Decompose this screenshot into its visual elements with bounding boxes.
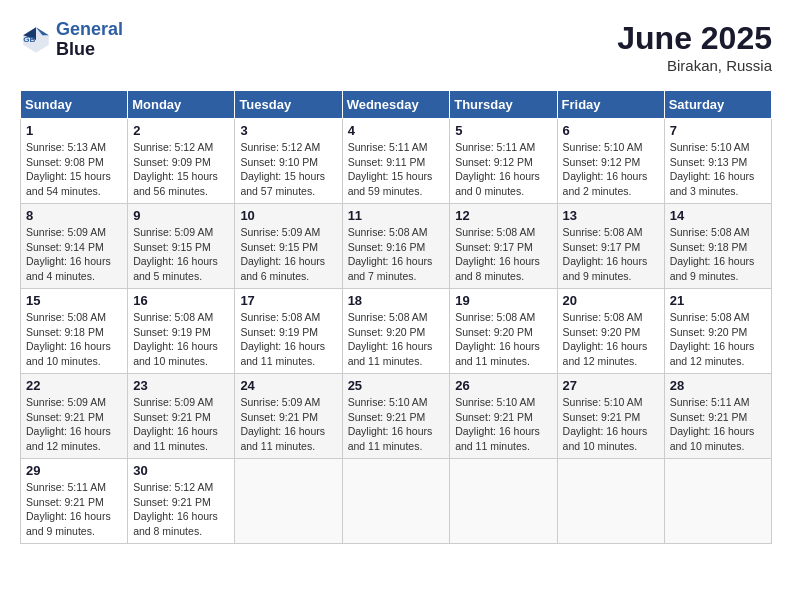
calendar-table: SundayMondayTuesdayWednesdayThursdayFrid… [20, 90, 772, 544]
day-info: Sunrise: 5:08 AM Sunset: 9:18 PM Dayligh… [670, 225, 766, 284]
day-cell: 20Sunrise: 5:08 AM Sunset: 9:20 PM Dayli… [557, 289, 664, 374]
day-info: Sunrise: 5:12 AM Sunset: 9:10 PM Dayligh… [240, 140, 336, 199]
day-number: 6 [563, 123, 659, 138]
day-number: 29 [26, 463, 122, 478]
day-info: Sunrise: 5:11 AM Sunset: 9:12 PM Dayligh… [455, 140, 551, 199]
day-cell: 14Sunrise: 5:08 AM Sunset: 9:18 PM Dayli… [664, 204, 771, 289]
day-cell: 13Sunrise: 5:08 AM Sunset: 9:17 PM Dayli… [557, 204, 664, 289]
week-row: 15Sunrise: 5:08 AM Sunset: 9:18 PM Dayli… [21, 289, 772, 374]
day-number: 3 [240, 123, 336, 138]
day-cell [664, 459, 771, 544]
day-number: 2 [133, 123, 229, 138]
day-number: 14 [670, 208, 766, 223]
day-info: Sunrise: 5:11 AM Sunset: 9:11 PM Dayligh… [348, 140, 445, 199]
day-number: 27 [563, 378, 659, 393]
day-info: Sunrise: 5:08 AM Sunset: 9:18 PM Dayligh… [26, 310, 122, 369]
day-cell: 9Sunrise: 5:09 AM Sunset: 9:15 PM Daylig… [128, 204, 235, 289]
day-number: 16 [133, 293, 229, 308]
weekday-header: Friday [557, 91, 664, 119]
logo: GB General Blue [20, 20, 123, 60]
day-info: Sunrise: 5:08 AM Sunset: 9:20 PM Dayligh… [670, 310, 766, 369]
day-cell [557, 459, 664, 544]
day-cell [450, 459, 557, 544]
day-number: 28 [670, 378, 766, 393]
logo-icon: GB [20, 24, 52, 56]
day-cell: 29Sunrise: 5:11 AM Sunset: 9:21 PM Dayli… [21, 459, 128, 544]
day-number: 20 [563, 293, 659, 308]
day-cell: 1Sunrise: 5:13 AM Sunset: 9:08 PM Daylig… [21, 119, 128, 204]
day-info: Sunrise: 5:11 AM Sunset: 9:21 PM Dayligh… [26, 480, 122, 539]
day-info: Sunrise: 5:09 AM Sunset: 9:14 PM Dayligh… [26, 225, 122, 284]
day-cell: 25Sunrise: 5:10 AM Sunset: 9:21 PM Dayli… [342, 374, 450, 459]
day-info: Sunrise: 5:09 AM Sunset: 9:21 PM Dayligh… [26, 395, 122, 454]
weekday-header: Saturday [664, 91, 771, 119]
day-number: 19 [455, 293, 551, 308]
day-number: 1 [26, 123, 122, 138]
day-info: Sunrise: 5:12 AM Sunset: 9:09 PM Dayligh… [133, 140, 229, 199]
day-info: Sunrise: 5:13 AM Sunset: 9:08 PM Dayligh… [26, 140, 122, 199]
page-header: GB General Blue June 2025 Birakan, Russi… [20, 20, 772, 74]
week-row: 22Sunrise: 5:09 AM Sunset: 9:21 PM Dayli… [21, 374, 772, 459]
weekday-header: Wednesday [342, 91, 450, 119]
day-number: 30 [133, 463, 229, 478]
day-cell: 26Sunrise: 5:10 AM Sunset: 9:21 PM Dayli… [450, 374, 557, 459]
day-info: Sunrise: 5:08 AM Sunset: 9:17 PM Dayligh… [563, 225, 659, 284]
title-block: June 2025 Birakan, Russia [617, 20, 772, 74]
day-info: Sunrise: 5:10 AM Sunset: 9:12 PM Dayligh… [563, 140, 659, 199]
day-info: Sunrise: 5:11 AM Sunset: 9:21 PM Dayligh… [670, 395, 766, 454]
day-number: 5 [455, 123, 551, 138]
day-cell [235, 459, 342, 544]
day-cell: 11Sunrise: 5:08 AM Sunset: 9:16 PM Dayli… [342, 204, 450, 289]
day-cell: 12Sunrise: 5:08 AM Sunset: 9:17 PM Dayli… [450, 204, 557, 289]
day-cell: 21Sunrise: 5:08 AM Sunset: 9:20 PM Dayli… [664, 289, 771, 374]
day-number: 7 [670, 123, 766, 138]
day-number: 11 [348, 208, 445, 223]
day-cell: 6Sunrise: 5:10 AM Sunset: 9:12 PM Daylig… [557, 119, 664, 204]
day-cell [342, 459, 450, 544]
day-cell: 4Sunrise: 5:11 AM Sunset: 9:11 PM Daylig… [342, 119, 450, 204]
week-row: 29Sunrise: 5:11 AM Sunset: 9:21 PM Dayli… [21, 459, 772, 544]
day-info: Sunrise: 5:09 AM Sunset: 9:21 PM Dayligh… [133, 395, 229, 454]
logo-text: General Blue [56, 20, 123, 60]
day-cell: 5Sunrise: 5:11 AM Sunset: 9:12 PM Daylig… [450, 119, 557, 204]
day-number: 15 [26, 293, 122, 308]
day-info: Sunrise: 5:10 AM Sunset: 9:13 PM Dayligh… [670, 140, 766, 199]
day-cell: 18Sunrise: 5:08 AM Sunset: 9:20 PM Dayli… [342, 289, 450, 374]
day-cell: 8Sunrise: 5:09 AM Sunset: 9:14 PM Daylig… [21, 204, 128, 289]
day-info: Sunrise: 5:09 AM Sunset: 9:15 PM Dayligh… [240, 225, 336, 284]
day-cell: 2Sunrise: 5:12 AM Sunset: 9:09 PM Daylig… [128, 119, 235, 204]
day-info: Sunrise: 5:09 AM Sunset: 9:15 PM Dayligh… [133, 225, 229, 284]
month-title: June 2025 [617, 20, 772, 57]
day-number: 23 [133, 378, 229, 393]
day-info: Sunrise: 5:10 AM Sunset: 9:21 PM Dayligh… [348, 395, 445, 454]
weekday-header: Tuesday [235, 91, 342, 119]
day-number: 26 [455, 378, 551, 393]
day-cell: 17Sunrise: 5:08 AM Sunset: 9:19 PM Dayli… [235, 289, 342, 374]
day-info: Sunrise: 5:10 AM Sunset: 9:21 PM Dayligh… [563, 395, 659, 454]
day-number: 12 [455, 208, 551, 223]
day-number: 22 [26, 378, 122, 393]
day-cell: 23Sunrise: 5:09 AM Sunset: 9:21 PM Dayli… [128, 374, 235, 459]
calendar-header-row: SundayMondayTuesdayWednesdayThursdayFrid… [21, 91, 772, 119]
day-number: 21 [670, 293, 766, 308]
day-number: 13 [563, 208, 659, 223]
day-number: 8 [26, 208, 122, 223]
weekday-header: Thursday [450, 91, 557, 119]
day-info: Sunrise: 5:08 AM Sunset: 9:16 PM Dayligh… [348, 225, 445, 284]
svg-text:GB: GB [23, 34, 35, 43]
day-info: Sunrise: 5:09 AM Sunset: 9:21 PM Dayligh… [240, 395, 336, 454]
day-cell: 3Sunrise: 5:12 AM Sunset: 9:10 PM Daylig… [235, 119, 342, 204]
day-cell: 15Sunrise: 5:08 AM Sunset: 9:18 PM Dayli… [21, 289, 128, 374]
day-cell: 30Sunrise: 5:12 AM Sunset: 9:21 PM Dayli… [128, 459, 235, 544]
day-number: 24 [240, 378, 336, 393]
day-cell: 22Sunrise: 5:09 AM Sunset: 9:21 PM Dayli… [21, 374, 128, 459]
day-number: 18 [348, 293, 445, 308]
week-row: 8Sunrise: 5:09 AM Sunset: 9:14 PM Daylig… [21, 204, 772, 289]
day-cell: 24Sunrise: 5:09 AM Sunset: 9:21 PM Dayli… [235, 374, 342, 459]
day-cell: 19Sunrise: 5:08 AM Sunset: 9:20 PM Dayli… [450, 289, 557, 374]
day-info: Sunrise: 5:08 AM Sunset: 9:19 PM Dayligh… [240, 310, 336, 369]
day-info: Sunrise: 5:08 AM Sunset: 9:19 PM Dayligh… [133, 310, 229, 369]
day-info: Sunrise: 5:10 AM Sunset: 9:21 PM Dayligh… [455, 395, 551, 454]
day-cell: 28Sunrise: 5:11 AM Sunset: 9:21 PM Dayli… [664, 374, 771, 459]
day-number: 17 [240, 293, 336, 308]
